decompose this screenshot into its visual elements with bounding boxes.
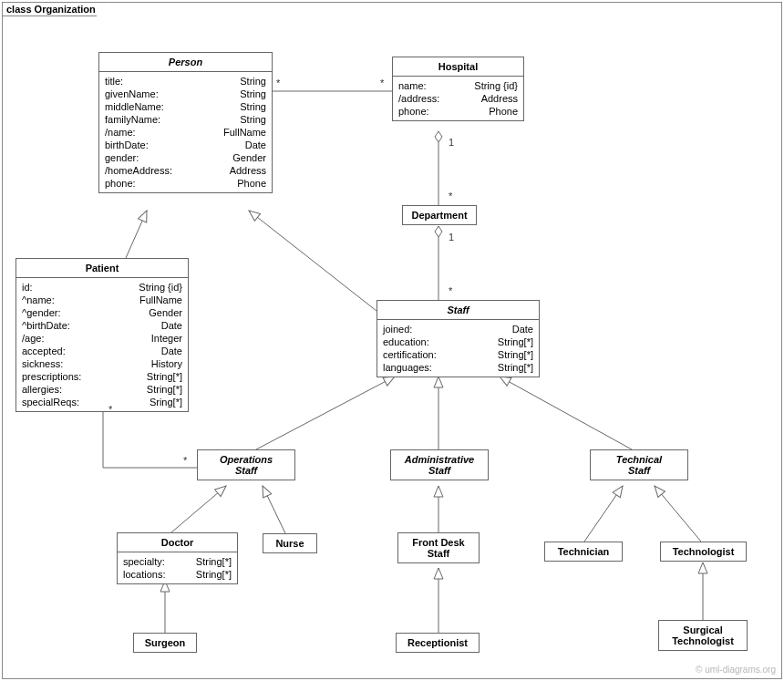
class-attrs: specialty:String[*]locations:String[*]: [118, 552, 237, 583]
svg-line-5: [256, 377, 395, 449]
attribute-row: familyName:String: [105, 113, 266, 126]
class-attrs: title:StringgivenName:StringmiddleName:S…: [99, 72, 272, 192]
class-title: Front Desk Staff: [398, 533, 479, 562]
attribute-row: ^birthDate:Date: [22, 319, 182, 332]
frame-label: class Organization: [2, 2, 109, 16]
attribute-row: prescriptions:String[*]: [22, 370, 182, 383]
class-department: Department: [402, 205, 477, 225]
class-attrs: name:String {id}/address:Addressphone:Ph…: [393, 77, 523, 120]
attribute-row: specialReqs:Sring[*]: [22, 396, 182, 408]
attribute-row: ^gender:Gender: [22, 306, 182, 319]
class-operations-staff: Operations Staff: [197, 449, 295, 480]
class-doctor: Doctor specialty:String[*]locations:Stri…: [117, 532, 238, 584]
class-technician: Technician: [544, 542, 623, 562]
attribute-row: phone:Phone: [105, 177, 266, 190]
class-front-desk-staff: Front Desk Staff: [397, 532, 480, 563]
class-technologist: Technologist: [660, 542, 747, 562]
attribute-row: /homeAddress:Address: [105, 164, 266, 177]
mult-person-hospital-right: *: [380, 77, 384, 88]
class-title: Department: [403, 206, 476, 224]
class-receptionist: Receptionist: [396, 633, 480, 653]
class-title: Operations Staff: [198, 450, 294, 480]
attribute-row: allergies:String[*]: [22, 383, 182, 396]
mult-person-hospital-left: *: [276, 77, 280, 88]
class-patient: Patient id:String {id}^name:FullName^gen…: [15, 258, 189, 412]
package-frame: class Organization: [2, 2, 782, 679]
attribute-row: phone:Phone: [398, 105, 518, 118]
class-technical-staff: Technical Staff: [590, 449, 688, 480]
class-title: Doctor: [118, 533, 237, 552]
attribute-row: certification:String[*]: [383, 348, 533, 361]
class-title: Staff: [377, 301, 539, 320]
class-title: Technologist: [661, 542, 746, 561]
mult-patient-ops-right: *: [183, 455, 187, 466]
svg-line-16: [655, 486, 701, 542]
class-title: Nurse: [263, 534, 316, 552]
attribute-row: birthDate:Date: [105, 139, 266, 151]
attribute-row: sickness:History: [22, 357, 182, 370]
mult-patient-ops-left: *: [108, 404, 112, 415]
attribute-row: ^name:FullName: [22, 294, 182, 306]
svg-line-10: [171, 486, 226, 532]
attribute-row: givenName:String: [105, 88, 266, 100]
class-attrs: joined:Dateeducation:String[*]certificat…: [377, 320, 539, 377]
class-title: Person: [99, 53, 272, 72]
class-surgical-technologist: Surgical Technologist: [658, 620, 748, 651]
attribute-row: /age:Integer: [22, 332, 182, 345]
class-nurse: Nurse: [263, 533, 317, 553]
mult-dept-staff-top: 1: [449, 232, 454, 242]
svg-line-7: [500, 377, 632, 449]
class-title: Patient: [16, 259, 188, 278]
class-title: Administrative Staff: [391, 450, 488, 480]
svg-line-4: [249, 211, 377, 311]
mult-hospital-dept-top: 1: [449, 137, 454, 148]
attribute-row: gender:Gender: [105, 151, 266, 164]
attribute-row: middleName:String: [105, 100, 266, 113]
class-title: Technical Staff: [591, 450, 687, 480]
attribute-row: accepted:Date: [22, 345, 182, 357]
class-title: Surgeon: [134, 634, 196, 652]
class-title: Surgical Technologist: [659, 621, 747, 650]
attribute-row: locations:String[*]: [123, 568, 232, 581]
attribute-row: languages:String[*]: [383, 361, 533, 374]
class-title: Technician: [545, 542, 622, 561]
class-attrs: id:String {id}^name:FullName^gender:Gend…: [16, 278, 188, 411]
attribute-row: education:String[*]: [383, 335, 533, 348]
svg-line-15: [584, 486, 623, 542]
mult-hospital-dept-bottom: *: [449, 191, 452, 201]
svg-line-3: [126, 211, 147, 258]
mult-dept-staff-bottom: *: [449, 285, 452, 296]
attribute-row: joined:Date: [383, 323, 533, 335]
attribute-row: specialty:String[*]: [123, 555, 232, 568]
class-title: Receptionist: [397, 634, 479, 652]
class-person: Person title:StringgivenName:Stringmiddl…: [98, 52, 273, 193]
attribute-row: title:String: [105, 75, 266, 88]
attribute-row: /address:Address: [398, 92, 518, 105]
class-administrative-staff: Administrative Staff: [390, 449, 489, 480]
svg-line-11: [263, 486, 285, 533]
class-staff: Staff joined:Dateeducation:String[*]cert…: [377, 300, 540, 377]
watermark: © uml-diagrams.org: [696, 665, 776, 675]
class-title: Hospital: [393, 57, 523, 77]
attribute-row: name:String {id}: [398, 79, 518, 92]
attribute-row: /name:FullName: [105, 126, 266, 139]
attribute-row: id:String {id}: [22, 281, 182, 294]
class-surgeon: Surgeon: [133, 633, 197, 653]
class-hospital: Hospital name:String {id}/address:Addres…: [392, 57, 524, 121]
